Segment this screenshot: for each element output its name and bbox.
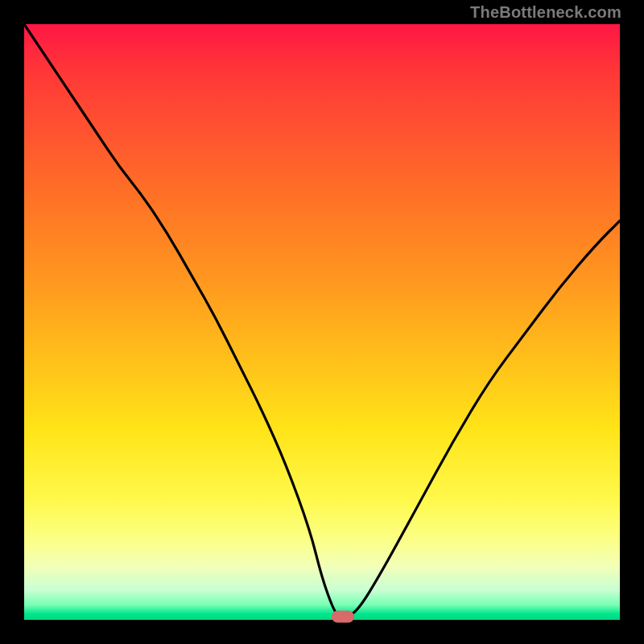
chart-wrapper: TheBottleneck.com [0, 0, 644, 644]
bottleneck-curve [24, 24, 620, 620]
watermark-text: TheBottleneck.com [470, 3, 621, 22]
plot-area [24, 24, 620, 620]
optimum-marker [332, 611, 354, 623]
